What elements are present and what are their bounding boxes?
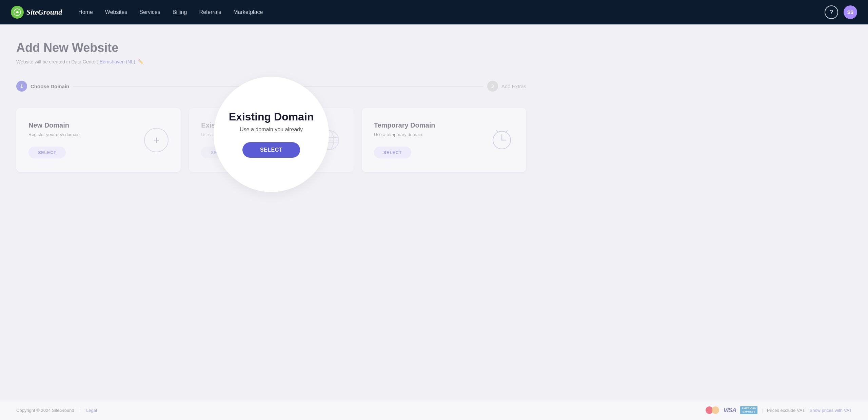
footer-divider-2: |: [762, 408, 763, 413]
logo-icon: [11, 6, 24, 19]
vat-link[interactable]: Show prices with VAT: [809, 408, 852, 413]
footer-divider-1: |: [80, 408, 81, 413]
nav-home[interactable]: Home: [78, 9, 93, 15]
temporary-domain-card: Temporary Domain Use a temporary domain.…: [362, 108, 526, 172]
temporary-domain-select-button[interactable]: SELECT: [374, 147, 411, 158]
nav-referrals[interactable]: Referrals: [199, 9, 221, 15]
spotlight-select-button[interactable]: SELECT: [242, 142, 300, 158]
nav-billing[interactable]: Billing: [173, 9, 187, 15]
step-line-1: [73, 86, 254, 87]
logo-text: SiteGround: [26, 8, 62, 17]
domain-cards: New Domain Register your new domain. SEL…: [16, 108, 526, 172]
nav-links: Home Websites Services Billing Referrals…: [78, 9, 825, 15]
step-line-2: [302, 86, 483, 87]
step-2-label: Set Up Site: [272, 83, 298, 89]
step-1-circle: 1: [16, 81, 27, 92]
nav-actions: ? SS: [825, 5, 857, 19]
nav-services[interactable]: Services: [139, 9, 160, 15]
step-2-circle: 2: [258, 81, 269, 92]
plus-icon: +: [144, 128, 169, 152]
vat-text: Prices exclude VAT.: [767, 408, 806, 413]
temporary-domain-desc: Use a temporary domain.: [374, 132, 435, 137]
user-avatar[interactable]: SS: [844, 5, 857, 19]
edit-icon[interactable]: ✏️: [138, 59, 144, 64]
new-domain-icon: +: [144, 128, 169, 152]
visa-icon: VISA: [723, 407, 736, 414]
new-domain-title: New Domain: [28, 121, 81, 129]
existing-domain-card: Existing Domain Use a domain you already…: [189, 108, 353, 172]
copyright-text: Copyright © 2024 SiteGround: [16, 408, 74, 413]
existing-domain-select-button[interactable]: SELECT: [201, 147, 238, 158]
subtitle: Website will be created in Data Center: …: [16, 59, 526, 64]
nav-websites[interactable]: Websites: [105, 9, 127, 15]
stepper: 1 Choose Domain 2 Set Up Site 3 Add Extr…: [16, 81, 526, 92]
help-button[interactable]: ?: [825, 5, 838, 19]
datacenter-link[interactable]: Eemshaven (NL): [100, 59, 135, 64]
new-domain-card: New Domain Register your new domain. SEL…: [16, 108, 181, 172]
step-3-circle: 3: [487, 81, 498, 92]
clock-icon: [490, 128, 514, 152]
step-1: 1 Choose Domain: [16, 81, 69, 92]
logo[interactable]: SiteGround: [11, 6, 62, 19]
new-domain-desc: Register your new domain.: [28, 132, 81, 137]
temporary-domain-card-content: Temporary Domain Use a temporary domain.…: [374, 121, 435, 158]
existing-domain-desc: Use a domain you already own.: [201, 132, 263, 137]
subtitle-prefix: Website will be created in Data Center:: [16, 59, 98, 64]
globe-icon: [317, 128, 341, 152]
step-3-label: Add Extras: [501, 83, 526, 89]
legal-link[interactable]: Legal: [86, 408, 97, 413]
temporary-domain-title: Temporary Domain: [374, 121, 435, 129]
step-2: 2 Set Up Site: [258, 81, 298, 92]
new-domain-card-content: New Domain Register your new domain. SEL…: [28, 121, 81, 158]
footer-right: VISA AMERICANEXPRESS | Prices exclude VA…: [706, 406, 852, 415]
footer: Copyright © 2024 SiteGround | Legal VISA…: [0, 400, 868, 420]
existing-domain-title: Existing Domain: [201, 121, 263, 129]
mastercard-icon: [706, 406, 719, 415]
page-title: Add New Website: [16, 41, 526, 55]
navbar: SiteGround Home Websites Services Billin…: [0, 0, 868, 24]
main-content: Add New Website Website will be created …: [0, 24, 542, 172]
amex-icon: AMERICANEXPRESS: [740, 406, 757, 414]
step-3: 3 Add Extras: [487, 81, 526, 92]
new-domain-select-button[interactable]: SELECT: [28, 147, 66, 158]
step-1-label: Choose Domain: [31, 83, 69, 89]
nav-marketplace[interactable]: Marketplace: [233, 9, 263, 15]
